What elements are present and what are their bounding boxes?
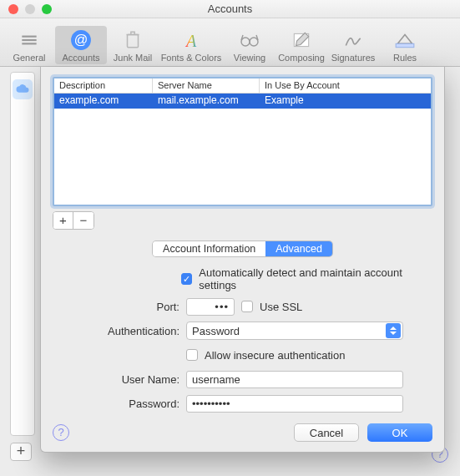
cancel-button[interactable]: Cancel (294, 423, 359, 442)
toolbar-label: Rules (393, 53, 417, 63)
toolbar-junk[interactable]: Junk Mail (107, 26, 159, 64)
tab-segment: Account Information Advanced (153, 241, 332, 256)
dropdown-arrows-icon (386, 323, 401, 338)
auto-detect-checkbox[interactable] (181, 273, 193, 285)
svg-point-8 (250, 38, 258, 46)
account-sidebar (10, 72, 35, 436)
fonts-icon: A (179, 28, 204, 52)
username-field[interactable] (186, 371, 403, 388)
svg-point-7 (241, 38, 250, 46)
toolbar-signatures[interactable]: Signatures (327, 26, 379, 64)
add-account-button[interactable]: + (10, 443, 32, 461)
insecure-checkbox[interactable] (186, 349, 198, 361)
col-inuse[interactable]: In Use By Account (260, 78, 431, 93)
toolbar-label: Junk Mail (114, 53, 152, 63)
col-description[interactable]: Description (54, 78, 153, 93)
cell-inuse: Example (260, 94, 431, 109)
window-title: Accounts (0, 3, 460, 15)
rules-icon (392, 28, 417, 52)
toolbar-general[interactable]: General (3, 26, 55, 64)
auth-select[interactable]: Password (186, 322, 403, 340)
auto-detect-label: Automatically detect and maintain accoun… (199, 266, 432, 291)
titlebar: Accounts (0, 0, 460, 18)
svg-rect-10 (396, 43, 414, 47)
main: + ? Description Server Name In Use By Ac… (0, 67, 460, 476)
auth-value: Password (192, 325, 240, 337)
table-header: Description Server Name In Use By Accoun… (54, 78, 431, 94)
toolbar-fonts[interactable]: A Fonts & Colors (159, 26, 224, 64)
cell-description: example.com (54, 94, 153, 109)
svg-text:A: A (185, 32, 197, 50)
auth-label: Authentication: (53, 325, 186, 337)
username-label: User Name: (53, 373, 186, 386)
cell-server: mail.example.com (153, 94, 260, 109)
cloud-icon[interactable] (13, 79, 33, 99)
toolbar-rules[interactable]: Rules (379, 26, 431, 64)
add-button[interactable]: + (53, 212, 73, 229)
ok-button[interactable]: OK (367, 423, 432, 442)
password-label: Password: (53, 398, 186, 410)
prefs-toolbar: General @ Accounts Junk Mail A Fonts & C… (0, 18, 460, 67)
toolbar-label: Signatures (331, 53, 376, 63)
server-table[interactable]: Description Server Name In Use By Accoun… (53, 77, 432, 206)
table-row[interactable]: example.com mail.example.com Example (54, 94, 431, 109)
toolbar-accounts[interactable]: @ Accounts (55, 26, 107, 64)
signature-icon (341, 28, 366, 52)
gear-icon (17, 28, 42, 52)
svg-rect-5 (128, 35, 139, 48)
insecure-label: Allow insecure authentication (205, 349, 345, 362)
ssl-label: Use SSL (260, 301, 302, 313)
password-field[interactable] (186, 395, 403, 413)
help-icon[interactable]: ? (53, 424, 69, 441)
toolbar-label: General (13, 53, 45, 63)
toolbar-viewing[interactable]: Viewing (224, 26, 275, 64)
trash-icon (120, 28, 145, 52)
toolbar-label: Composing (278, 53, 325, 63)
add-remove-stepper: + − (53, 211, 94, 230)
toolbar-label: Viewing (234, 53, 265, 63)
svg-text:@: @ (74, 32, 88, 47)
svg-rect-0 (22, 36, 36, 38)
port-label: Port: (53, 301, 186, 313)
toolbar-composing[interactable]: Composing (275, 26, 327, 64)
at-icon: @ (68, 28, 94, 52)
svg-rect-2 (22, 43, 36, 44)
svg-rect-1 (22, 39, 36, 41)
toolbar-label: Accounts (62, 53, 99, 63)
remove-button[interactable]: − (73, 212, 94, 229)
ssl-checkbox[interactable] (241, 301, 253, 312)
col-server[interactable]: Server Name (153, 78, 260, 93)
glasses-icon (237, 28, 262, 52)
tab-advanced[interactable]: Advanced (265, 241, 332, 256)
tab-account-info[interactable]: Account Information (153, 241, 265, 256)
toolbar-label: Fonts & Colors (161, 53, 222, 63)
compose-icon (289, 28, 314, 52)
port-field[interactable] (186, 298, 235, 316)
server-sheet: Description Server Name In Use By Accoun… (40, 67, 445, 453)
